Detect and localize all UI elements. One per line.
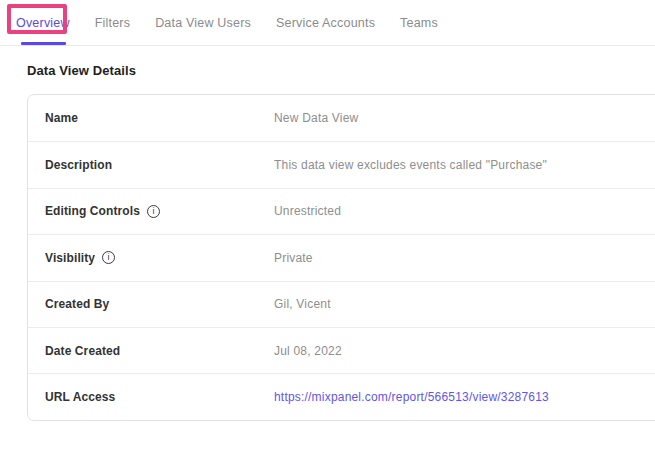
tab-data-view-users[interactable]: Data View Users: [155, 16, 251, 30]
table-row-description: Description This data view excludes even…: [28, 141, 655, 187]
table-row-visibility: Visibility i Private: [28, 234, 655, 280]
info-icon[interactable]: i: [147, 205, 160, 218]
data-view-url-link[interactable]: https://mixpanel.com/report/566513/view/…: [274, 390, 549, 404]
row-value: New Data View: [274, 111, 358, 125]
active-tab-underline: [21, 42, 66, 45]
tab-overview-label: Overview: [16, 16, 70, 30]
row-label-text: Editing Controls: [45, 204, 140, 218]
row-label: Editing Controls i: [45, 204, 274, 218]
row-label: Description: [45, 158, 274, 172]
table-row-name: Name New Data View: [28, 95, 655, 141]
row-value: https://mixpanel.com/report/566513/view/…: [274, 390, 549, 404]
row-value: Gil, Vicent: [274, 297, 331, 311]
page-title: Data View Details: [27, 63, 655, 78]
tab-teams-label: Teams: [400, 16, 438, 30]
row-label-text: Description: [45, 158, 112, 172]
tab-data-view-users-label: Data View Users: [155, 16, 251, 30]
table-row-created-by: Created By Gil, Vicent: [28, 281, 655, 327]
row-label: Created By: [45, 297, 274, 311]
tab-bar: Overview Filters Data View Users Service…: [0, 0, 655, 46]
row-value: Jul 08, 2022: [274, 344, 342, 358]
table-row-url-access: URL Access https://mixpanel.com/report/5…: [28, 373, 655, 419]
row-value: Unrestricted: [274, 204, 341, 218]
tab-service-accounts[interactable]: Service Accounts: [276, 16, 375, 30]
tab-filters-label: Filters: [95, 16, 130, 30]
table-row-editing-controls: Editing Controls i Unrestricted: [28, 188, 655, 234]
row-label: Date Created: [45, 344, 274, 358]
row-label: Name: [45, 111, 274, 125]
row-label-text: URL Access: [45, 390, 115, 404]
row-value: This data view excludes events called "P…: [274, 158, 547, 172]
row-label-text: Date Created: [45, 344, 120, 358]
row-label-text: Name: [45, 111, 78, 125]
row-label: URL Access: [45, 390, 274, 404]
tab-overview[interactable]: Overview: [16, 16, 70, 30]
row-label-text: Created By: [45, 297, 109, 311]
tab-teams[interactable]: Teams: [400, 16, 438, 30]
tab-filters[interactable]: Filters: [95, 16, 130, 30]
row-label-text: Visibility: [45, 251, 95, 265]
row-value: Private: [274, 251, 313, 265]
row-label: Visibility i: [45, 251, 274, 265]
info-icon[interactable]: i: [102, 251, 115, 264]
tab-service-accounts-label: Service Accounts: [276, 16, 375, 30]
table-row-date-created: Date Created Jul 08, 2022: [28, 327, 655, 373]
details-card: Name New Data View Description This data…: [27, 94, 655, 421]
